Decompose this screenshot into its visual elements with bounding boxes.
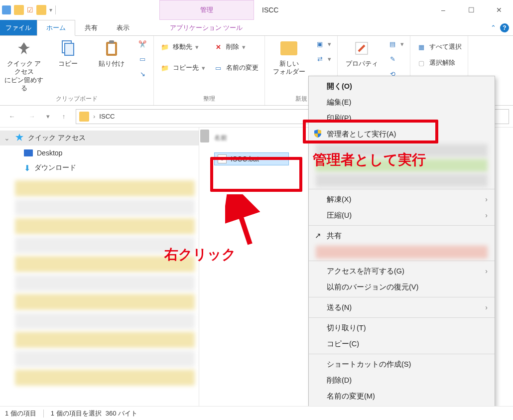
status-size: 360 バイト (106, 409, 137, 418)
forward-button[interactable]: → (24, 109, 40, 125)
select-none-button[interactable]: ▢選択解除 (414, 57, 464, 69)
copy-path-button[interactable]: ▭ (135, 53, 149, 65)
ribbon-tabs: ファイル ホーム 共有 表示 アプリケーション ツール ⌃ ? (0, 20, 513, 36)
tab-app-tools[interactable]: アプリケーション ツール (159, 20, 254, 35)
help-icon[interactable]: ? (500, 23, 509, 32)
back-button[interactable]: ← (4, 109, 20, 125)
ctx-extract[interactable]: 解凍(X)› (309, 191, 495, 207)
svg-marker-7 (15, 134, 23, 141)
ctx-edit[interactable]: 編集(E) (309, 94, 495, 110)
ctx-compress[interactable]: 圧縮(U)› (309, 207, 495, 223)
delete-button[interactable]: ✕削除▾ (211, 41, 260, 53)
copy-to-button[interactable]: 📁コピー先▾ (158, 62, 207, 74)
easy-access-button[interactable]: ⇄▾ (313, 53, 333, 65)
shield-icon (313, 129, 323, 140)
up-button[interactable]: ↑ (56, 109, 72, 125)
new-folder-button[interactable]: 新しい フォルダー (269, 38, 309, 76)
close-button[interactable]: ✕ (485, 0, 513, 20)
ctx-prev-versions[interactable]: 以前のバージョンの復元(V) (309, 279, 495, 295)
minimize-button[interactable]: – (429, 0, 457, 20)
status-selected: 1 個の項目を選択 (51, 409, 102, 418)
new-item-button[interactable]: ▣▾ (313, 38, 333, 50)
group-clipboard: クイック アクセス にピン留めする コピー 貼り付け ✂️ ▭ ↘ クリップボー… (0, 36, 154, 105)
status-count: 1 個の項目 (5, 409, 36, 418)
folder-icon (36, 5, 46, 15)
title-bar: ☑ ▾ 管理 ISCC – ☐ ✕ (0, 0, 513, 20)
maximize-button[interactable]: ☐ (457, 0, 485, 20)
select-all-button[interactable]: ▦すべて選択 (414, 41, 464, 53)
ctx-create-shortcut[interactable]: ショートカットの作成(S) (309, 356, 495, 372)
share-icon: ↗ (313, 232, 323, 240)
group-label: クリップボード (4, 93, 149, 105)
desktop-icon (24, 149, 33, 156)
breadcrumb-separator: › (93, 113, 95, 120)
chevron-right-icon: › (485, 195, 488, 203)
window-controls: – ☐ ✕ (429, 0, 513, 20)
chevron-right-icon: › (485, 211, 488, 219)
pin-quick-access-button[interactable]: クイック アクセス にピン留めする (4, 38, 44, 92)
open-extras: ▤▾ ✎ ⟲ (385, 38, 406, 80)
ctx-delete[interactable]: 削除(D) (309, 372, 495, 388)
group-organize: 📁移動先▾ 📁コピー先▾ ✕削除▾ ▭名前の変更 整理 (154, 36, 265, 105)
open-button[interactable]: ▤▾ (385, 38, 406, 50)
sidebar-item-quick-access[interactable]: ⌄ クイック アクセス (0, 131, 199, 145)
file-tab[interactable]: ファイル (0, 20, 37, 35)
tab-view[interactable]: 表示 (107, 20, 139, 35)
new-item-extras: ▣▾ ⇄▾ (313, 38, 333, 65)
qat-check-icon[interactable]: ☑ (27, 6, 33, 14)
download-icon: ⬇ (24, 163, 30, 173)
folder-icon (79, 112, 89, 122)
svg-rect-5 (109, 40, 114, 43)
cut-button[interactable]: ✂️ (135, 38, 149, 50)
svg-rect-4 (108, 44, 115, 54)
context-tab-manage[interactable]: 管理 (159, 0, 254, 20)
clipboard-extras: ✂️ ▭ ↘ (135, 38, 149, 80)
copy-button[interactable]: コピー (48, 38, 88, 68)
navigation-pane: ⌄ クイック アクセス Desktop ⬇ ダウンロード (0, 128, 199, 418)
chevron-right-icon: › (485, 303, 488, 311)
sidebar-item-downloads[interactable]: ⬇ ダウンロード (0, 160, 199, 175)
star-icon (15, 133, 24, 143)
tab-home[interactable]: ホーム (37, 20, 75, 36)
svg-rect-2 (65, 43, 74, 55)
chevron-right-icon: › (485, 267, 488, 275)
rename-button[interactable]: ▭名前の変更 (211, 62, 260, 74)
status-bar: 1 個の項目 1 個の項目を選択 360 バイト (0, 406, 513, 420)
tab-share[interactable]: 共有 (75, 20, 107, 35)
edit-button[interactable]: ✎ (385, 53, 406, 65)
move-to-button[interactable]: 📁移動先▾ (158, 41, 207, 53)
separator (55, 5, 56, 14)
paste-button[interactable]: 貼り付け (92, 38, 131, 68)
sidebar-item-desktop[interactable]: Desktop (0, 145, 199, 160)
file-iscc-bat[interactable]: ⚙ ISCC.bat (214, 152, 289, 165)
paste-shortcut-button[interactable]: ↘ (135, 68, 149, 80)
app-icon (2, 5, 11, 14)
ribbon-collapse-icon[interactable]: ⌃ (491, 24, 496, 31)
bat-file-icon: ⚙ (218, 154, 227, 163)
qat-dropdown[interactable]: ▾ (49, 6, 52, 13)
ctx-send-to[interactable]: 送る(N)› (309, 299, 495, 315)
breadcrumb[interactable]: ISCC (99, 113, 115, 120)
properties-button[interactable]: プロパティ (342, 38, 382, 68)
group-label: 整理 (158, 93, 260, 105)
ctx-share[interactable]: ↗共有 (309, 228, 495, 244)
ctx-cut[interactable]: 切り取り(T) (309, 320, 495, 336)
folder-icon (14, 5, 24, 15)
ctx-print[interactable]: 印刷(P) (309, 110, 495, 126)
context-menu: 開く(O) 編集(E) 印刷(P) 管理者として実行(A) 解凍(X)› 圧縮(… (308, 76, 495, 409)
ctx-grant-access[interactable]: アクセスを許可する(G)› (309, 263, 495, 279)
svg-marker-0 (18, 42, 30, 54)
ctx-rename[interactable]: 名前の変更(M) (309, 388, 495, 404)
window-title: ISCC (254, 0, 429, 20)
ctx-copy[interactable]: コピー(C) (309, 336, 495, 352)
ctx-open[interactable]: 開く(O) (309, 78, 495, 94)
ctx-run-as-admin[interactable]: 管理者として実行(A) (309, 126, 495, 142)
expand-icon[interactable]: ⌄ (4, 134, 11, 142)
quick-access-toolbar: ☑ ▾ (0, 0, 60, 20)
recent-locations[interactable]: ▾ (44, 109, 52, 125)
